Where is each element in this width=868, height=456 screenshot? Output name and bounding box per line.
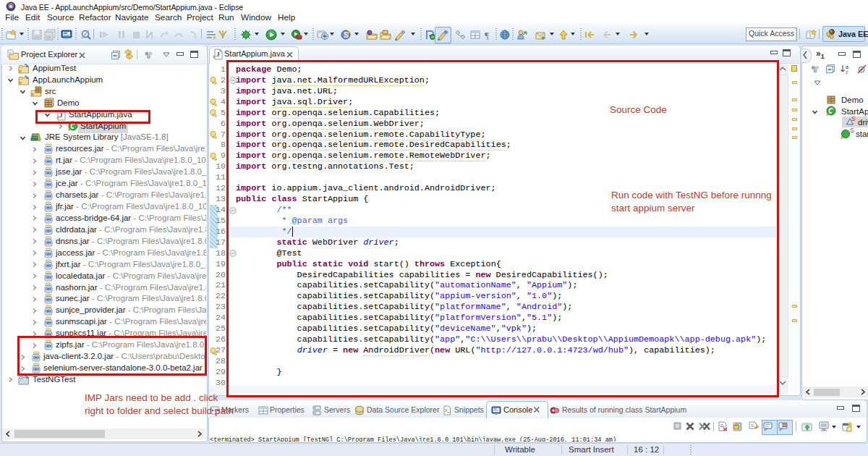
- svg-text:a: a: [846, 64, 848, 69]
- svg-text:z: z: [846, 69, 848, 75]
- svg-text:¶: ¶: [485, 30, 489, 41]
- svg-text:J: J: [216, 51, 220, 58]
